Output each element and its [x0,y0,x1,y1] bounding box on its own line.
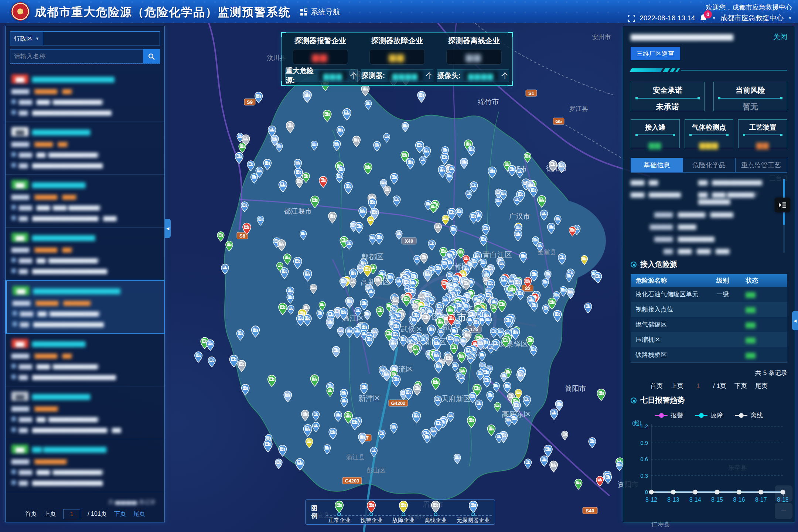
company-type-row: ▆▆▆▆:[▆▆▆▆▆▆▆] [11,458,158,464]
search-input[interactable] [10,49,143,64]
company-type-row: ▆▆▆▆:[▆▆▆▆▆ - ▆▆▆] [11,193,158,200]
company-list-item[interactable]: ▆▆▆▆ ▆▆▆▆▆▆▆▆▆▆▆▆▆▆▆▆▆:[▆▆▆▆▆▆▆]▆▆▆:▆▆▆ … [6,439,164,492]
page-number[interactable]: 1 [692,382,705,390]
road-badge: G5 [553,118,564,125]
company-contact-row: ▆▆▆:▆▆▆ (▆▆▆▆▆▆▆▆▆▆▆) [11,468,158,475]
system-nav-button[interactable]: 系统导航 [300,7,340,17]
equipment-stat-box: 工艺装置▆▆ [738,119,787,148]
location-icon [11,480,16,485]
region-filter-value[interactable] [43,31,160,45]
legend-pin-icon [334,501,344,513]
map-place-label: 罗江县 [569,105,588,112]
safety-commitment-value: 未承诺 [631,102,704,112]
legend-line-icon [695,415,707,416]
company-list-item[interactable]: ▆▆▆▆▆▆▆▆▆▆▆▆▆▆▆▆▆:[▆▆▆▆▆ - ▆▆▆]▆▆▆:▆▆▆ (… [6,175,164,228]
table-row[interactable]: 燃气储罐区▆▆ [631,317,787,332]
map-place-label: 安州市 [592,34,611,41]
equipment-stat-label: 气体检测点 [685,123,733,132]
legend-dot-icon [739,413,744,418]
company-list-item[interactable]: ▆▆▆▆▆▆▆▆▆▆▆▆▆▆▆▆▆▆▆:[▆▆▆▆▆ - ▆▆]▆▆▆:▆▆ (… [6,228,164,280]
info-field-label: ▆▆▆▆▆: [631,223,674,230]
next-page-button[interactable]: 下页 [734,382,747,390]
company-list-item[interactable]: ▆▆▆▆▆▆▆▆▆▆▆▆▆▆▆▆▆▆▆▆▆▆▆▆:[▆▆▆▆▆ - ▆▆▆▆▆▆… [6,280,164,334]
legend-item-label: 故障企业 [392,517,415,524]
prev-page-button[interactable]: 上页 [44,510,56,518]
table-row[interactable]: 压缩机区▆▆ [631,332,787,347]
first-page-button[interactable]: 首页 [25,510,37,518]
legend-title-char: 例 [311,512,318,520]
company-type-row: ▆▆▆▆:[▆▆▆▆▆ - ▆▆] [11,352,158,359]
legend-pin-icon [431,501,440,513]
map-place-label: 都江堰市 [284,207,312,215]
fullscreen-icon[interactable] [628,15,635,22]
table-row[interactable]: 视频接入点位▆▆ [631,302,787,317]
tab-basic-info[interactable]: 基础信息 [631,158,683,173]
tab-key-processes[interactable]: 重点监管工艺 [735,158,787,173]
contact-value: ▆▆▆ (▆▆▆▆▆▆▆▆▆▆▆) [37,98,104,105]
road-badge: S40 [583,507,597,514]
location-icon [13,322,17,326]
road-badge: S9 [244,99,255,105]
company-contact-row: ▆▆▆:▆▆ (▆▆▆▆▆▆▆▆▆▆▆) [13,310,158,317]
legend-title: 图例 [306,500,323,524]
page-number-input[interactable]: 1 [63,509,80,519]
hazards-records-count: 共 5 条记录 [631,369,787,377]
app-logo-icon [11,2,30,21]
notifications-button[interactable]: 0 [699,14,707,23]
expand-info-button[interactable] [775,198,790,212]
map-place-label: 简阳市 [565,385,586,392]
contact-label: ▆▆▆: [19,257,34,263]
info-field: ▆▆▆:▆▆ [631,178,695,185]
company-type-label: ▆▆▆▆: [11,140,31,147]
chart-legend-item[interactable]: 故障 [695,411,723,420]
stat-card-value: ▆▆ [389,52,405,62]
legend-item: 无探测器企业 [457,501,490,524]
prev-page-button[interactable]: 上页 [671,382,683,390]
equipment-stat-box: 接入罐▆▆ [631,119,680,148]
region-filter-select[interactable]: 行政区 ▼ [10,31,43,45]
close-panel-button[interactable]: 关闭 [773,32,787,42]
chart-legend-label: 故障 [710,411,723,420]
patrol-3d-button[interactable]: 三维厂区巡查 [631,47,680,60]
location-icon [11,427,16,432]
zoom-out-button[interactable]: − [775,503,792,519]
tab-hazardous-chemicals[interactable]: 危险化学品 [683,158,735,173]
company-contact-row: ▆▆▆:▆▆ (▆▆▆▆▆▆▆▆▆▆▆) [11,416,158,422]
company-type-row: ▆▆▆▆:[▆▆▆▆▆ - ▆▆] [11,246,158,253]
company-type-value: [▆▆▆▆▆▆▆] [34,458,68,464]
table-row[interactable]: 铁路栈桥区▆▆ [631,347,787,362]
legend-node-icon [471,512,475,516]
divider [636,134,674,135]
chart-legend-item[interactable]: 报警 [655,411,683,420]
info-field-label: ▆▆▆: [631,179,646,185]
last-page-button[interactable]: 尾页 [133,510,145,518]
divider [636,98,699,99]
chart-legend-item[interactable]: 离线 [735,411,763,420]
svg-text:G4203: G4203 [345,478,359,484]
search-button[interactable] [143,49,160,64]
company-type-value: [▆▆▆▆▆] [34,405,59,412]
table-row[interactable]: 液化石油气储罐区单元一级▆▆ [631,287,787,302]
company-address-row: ▆▆:▆▆▆▆▆▆▆▆▆▆▆▆▆▆▆▆ [11,162,158,168]
legend-item-label: 预警企业 [360,517,382,524]
status-badge: ▆▆ [11,392,28,401]
company-list-item[interactable]: ▆▆▆▆▆▆▆▆▆▆▆▆▆▆▆▆▆:[▆▆▆▆▆ - ▆▆]▆▆▆:▆▆▆ (▆… [6,334,164,386]
company-type-value: [▆▆▆▆▆ - ▆▆▆] [34,193,77,200]
contact-label: ▆▆▆: [19,151,34,158]
sidebar-collapse-button[interactable]: ◀ [165,219,171,238]
last-page-button[interactable]: 尾页 [755,382,768,390]
detail-panel-collapse-button[interactable]: ◀ [792,311,798,330]
company-list-item[interactable]: ▆▆▆▆▆▆▆▆▆▆▆▆▆▆▆▆▆▆:[▆▆▆▆▆]▆▆▆:▆▆ (▆▆▆▆▆▆… [6,386,164,439]
company-type-row: ▆▆▆▆:[▆▆▆▆▆] [11,405,158,412]
zoom-in-button[interactable]: + [775,485,792,502]
company-item-header: ▆▆▆▆▆▆▆▆▆▆▆▆▆▆▆▆▆▆▆▆ [13,286,158,295]
first-page-button[interactable]: 首页 [650,382,663,390]
company-item-header: ▆▆▆▆▆▆▆▆▆▆▆▆▆▆▆ [11,233,158,242]
company-list-item[interactable]: ▆▆▆▆▆▆▆▆▆▆▆▆▆▆▆▆▆▆▆▆:[▆▆▆▆▆ - ▆▆]▆▆▆:▆▆ … [6,492,164,493]
user-menu[interactable]: 成都市应急救援中心 [720,13,784,23]
company-list-item[interactable]: ▆▆▆▆▆▆▆▆▆▆▆▆▆▆▆▆▆▆▆▆▆▆▆:[▆▆▆▆▆ - ▆▆]▆▆▆:… [6,69,164,122]
next-page-button[interactable]: 下页 [114,510,126,518]
info-scrollbar[interactable] [783,179,785,253]
company-contact-row: ▆▆▆:▆▆▆ (▆▆▆▆▆▆▆▆▆▆▆) [11,98,158,105]
company-list-item[interactable]: ▆▆▆▆▆▆▆▆▆▆▆▆▆▆▆▆▆▆:[▆▆▆▆ - ▆▆]▆▆▆:▆▆ (▆▆… [6,122,164,175]
